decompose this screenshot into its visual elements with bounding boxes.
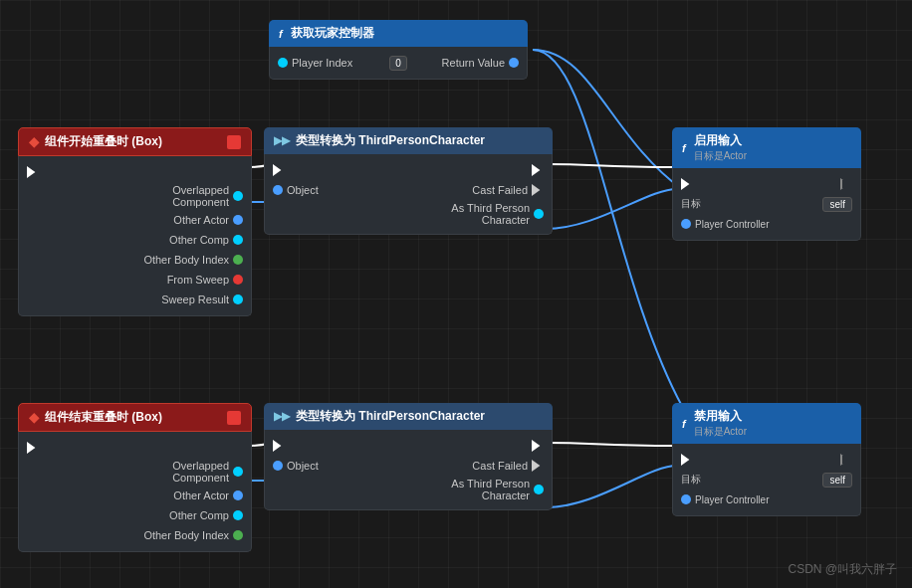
cast-begin-as-label: As Third Person Character [401, 202, 530, 226]
end-overlapped-comp-label: Overlapped Component [128, 460, 230, 484]
enable-pc-pin [681, 219, 691, 229]
other-body-row: Other Body Index [19, 250, 251, 270]
enable-target-row: 目标 self [673, 194, 860, 214]
watermark-text: CSDN @叫我六胖子 [788, 562, 897, 576]
cast-failed-pin [532, 184, 544, 196]
end-overlap-header: ◆ 组件结束重叠时 (Box) [18, 403, 252, 432]
end-overlap-node: ◆ 组件结束重叠时 (Box) Overlapped Component Oth… [18, 403, 252, 552]
begin-overlap-title: 组件开始重叠时 (Box) [45, 133, 162, 150]
disable-func-icon: f [682, 418, 686, 430]
cast-begin-header: ▶▶ 类型转换为 ThirdPersonCharacter [264, 127, 553, 154]
cast-end-failed-pin [532, 460, 544, 472]
cast-end-body: Object Cast Failed As Third Person Chara… [264, 430, 553, 510]
cast-begin-obj-pin [273, 185, 283, 195]
red-box2-icon [227, 411, 241, 425]
return-value-label: Return Value [410, 57, 505, 69]
enable-func-icon: f [682, 142, 686, 154]
disable-pc-label: Player Controller [695, 494, 852, 505]
disable-target-label: 目标 [681, 473, 822, 487]
disable-exec-in [681, 454, 693, 466]
sweep-result-row: Sweep Result [19, 290, 251, 309]
cast-begin-exec-row [265, 160, 552, 180]
overlapped-comp-row: Overlapped Component [19, 182, 251, 210]
enable-input-node: f 启用输入 目标是Actor 目标 self Player Controlle… [672, 127, 861, 241]
player-index-pin [278, 58, 288, 68]
cast-failed-label: Cast Failed [407, 184, 528, 196]
from-sweep-row: From Sweep [19, 270, 251, 290]
end-other-actor-label: Other Actor [128, 490, 230, 501]
disable-target-value: self [822, 473, 852, 488]
disable-pc-pin [681, 494, 691, 504]
cast-end-as-pin [534, 485, 544, 494]
cast-icon: ▶▶ [274, 134, 290, 147]
begin-overlap-node: ◆ 组件开始重叠时 (Box) Overlapped Component Oth… [18, 127, 252, 316]
cast-begin-obj-row: Object Cast Failed [265, 180, 552, 200]
end-overlapped-comp-row: Overlapped Component [19, 458, 251, 486]
disable-input-body: 目标 self Player Controller [672, 444, 861, 516]
other-comp-label: Other Comp [128, 234, 230, 246]
end-exec-out [27, 442, 39, 454]
disable-exec-row [673, 450, 860, 470]
cast-end-obj-label: Object [287, 460, 407, 472]
enable-exec-row [673, 174, 860, 194]
get-controller-title: 获取玩家控制器 [291, 25, 374, 42]
cast-end-exec-out [532, 440, 544, 452]
end-other-comp-row: Other Comp [19, 505, 251, 525]
get-controller-body: Player Index 0 Return Value [269, 47, 528, 80]
cast-begin-as-row: As Third Person Character [265, 200, 552, 228]
end-overlapped-comp-pin [233, 467, 243, 477]
disable-exec-out [840, 454, 852, 466]
return-value-pin [509, 58, 519, 68]
cast-begin-node: ▶▶ 类型转换为 ThirdPersonCharacter Object Cas… [264, 127, 553, 235]
disable-pc-row: Player Controller [673, 490, 860, 509]
cast-end-failed-label: Cast Failed [407, 460, 528, 472]
enable-input-header: f 启用输入 目标是Actor [672, 127, 861, 168]
enable-target-label: 目标 [681, 197, 822, 211]
watermark: CSDN @叫我六胖子 [788, 561, 897, 578]
cast-end-exec-in [273, 440, 285, 452]
end-other-comp-label: Other Comp [128, 509, 230, 521]
red-box-icon [227, 135, 241, 149]
disable-input-subtitle: 目标是Actor [694, 425, 747, 439]
end-overlap-body: Overlapped Component Other Actor Other C… [18, 432, 252, 552]
enable-exec-in [681, 178, 693, 190]
cast-begin-exec-in [273, 164, 285, 176]
diamond-icon: ◆ [29, 134, 39, 149]
enable-exec-out [840, 178, 852, 190]
diamond2-icon: ◆ [29, 410, 39, 425]
cast-begin-body: Object Cast Failed As Third Person Chara… [264, 154, 553, 235]
disable-input-header: f 禁用输入 目标是Actor [672, 403, 861, 444]
other-comp-row: Other Comp [19, 230, 251, 250]
enable-input-title: 启用输入 [694, 132, 747, 149]
end-overlap-title: 组件结束重叠时 (Box) [45, 409, 162, 426]
get-controller-header: f 获取玩家控制器 [269, 20, 528, 47]
begin-overlap-header: ◆ 组件开始重叠时 (Box) [18, 127, 252, 156]
begin-overlap-body: Overlapped Component Other Actor Other C… [18, 156, 252, 316]
cast-end-obj-row: Object Cast Failed [265, 456, 552, 476]
cast-end-header: ▶▶ 类型转换为 ThirdPersonCharacter [264, 403, 553, 430]
player-index-value: 0 [389, 56, 407, 71]
other-actor-label: Other Actor [128, 214, 230, 226]
end-other-body-row: Other Body Index [19, 525, 251, 545]
player-index-label: Player Index [292, 57, 386, 69]
begin-exec-out [27, 166, 39, 178]
end-other-actor-pin [233, 490, 243, 500]
end-other-comp-pin [233, 510, 243, 520]
end-other-actor-row: Other Actor [19, 486, 251, 505]
disable-input-title: 禁用输入 [694, 408, 747, 425]
end-other-body-pin [233, 530, 243, 540]
other-body-label: Other Body Index [128, 254, 230, 266]
from-sweep-pin [233, 275, 243, 285]
sweep-result-pin [233, 294, 243, 304]
disable-input-node: f 禁用输入 目标是Actor 目标 self Player Controlle… [672, 403, 861, 516]
cast-begin-exec-out [532, 164, 544, 176]
enable-pc-label: Player Controller [695, 219, 852, 230]
overlapped-comp-pin [233, 191, 243, 201]
from-sweep-label: From Sweep [128, 274, 230, 286]
cast-end-title: 类型转换为 ThirdPersonCharacter [296, 408, 485, 425]
cast-end-as-row: As Third Person Character [265, 476, 552, 503]
enable-target-value: self [822, 197, 852, 212]
player-index-row: Player Index 0 Return Value [270, 53, 527, 73]
cast-end-obj-pin [273, 461, 283, 471]
cast-begin-title: 类型转换为 ThirdPersonCharacter [296, 132, 485, 149]
